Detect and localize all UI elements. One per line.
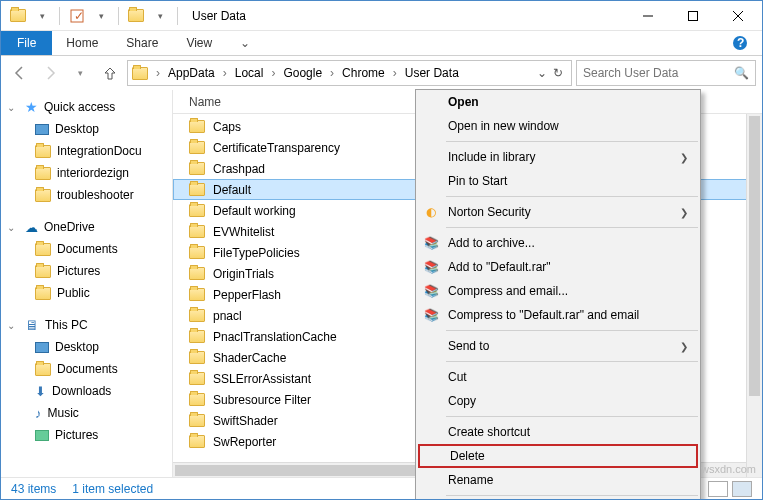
star-icon: ★ (25, 99, 38, 115)
address-dropdown-icon[interactable]: ⌄ (537, 66, 547, 80)
qat-overflow-icon[interactable]: ▾ (149, 5, 171, 27)
ctx-include-library[interactable]: Include in library❯ (416, 145, 700, 169)
details-view-button[interactable] (708, 481, 728, 497)
folder-icon (189, 225, 205, 238)
nav-item-pc-music[interactable]: ♪Music (1, 402, 172, 424)
winrar-icon: 📚 (422, 260, 440, 274)
nav-item-troubleshooter[interactable]: troubleshooter (1, 184, 172, 206)
recent-locations-icon[interactable]: ▾ (67, 60, 93, 86)
ctx-open-new-window[interactable]: Open in new window (416, 114, 700, 138)
folder-icon (189, 246, 205, 259)
nav-item-pc-pictures[interactable]: Pictures (1, 424, 172, 446)
search-input[interactable] (583, 66, 734, 80)
nav-onedrive[interactable]: ⌄☁OneDrive (1, 216, 172, 238)
nav-item-interiordezign[interactable]: interiordezign (1, 162, 172, 184)
file-name: pnacl (213, 309, 242, 323)
ctx-create-shortcut[interactable]: Create shortcut (416, 420, 700, 444)
folder-icon (189, 120, 205, 133)
breadcrumb-bar[interactable]: › AppData› Local› Google› Chrome› User D… (127, 60, 572, 86)
window-title: User Data (192, 9, 246, 23)
nav-item-integrationdocu[interactable]: IntegrationDocu (1, 140, 172, 162)
folder-icon (189, 330, 205, 343)
folder-icon (189, 351, 205, 364)
help-button[interactable]: ? (718, 31, 762, 55)
file-name: ShaderCache (213, 351, 286, 365)
chevron-right-icon: ❯ (680, 207, 688, 218)
tab-share[interactable]: Share (112, 31, 172, 55)
refresh-button[interactable]: ↻ (553, 66, 563, 80)
status-item-count: 43 items (11, 482, 56, 496)
tab-home[interactable]: Home (52, 31, 112, 55)
file-name: PnaclTranslationCache (213, 330, 337, 344)
pictures-icon (35, 430, 49, 441)
nav-item-pictures[interactable]: Pictures (1, 260, 172, 282)
ctx-norton[interactable]: ◐Norton Security❯ (416, 200, 700, 224)
folder-icon (189, 183, 205, 196)
nav-quick-access[interactable]: ⌄★Quick access (1, 96, 172, 118)
file-name: Crashpad (213, 162, 265, 176)
forward-button[interactable] (37, 60, 63, 86)
folder-title-icon (125, 5, 147, 27)
nav-item-desktop[interactable]: Desktop (1, 118, 172, 140)
properties-icon[interactable]: ✓ (66, 5, 88, 27)
search-box[interactable]: 🔍 (576, 60, 756, 86)
nav-item-public[interactable]: Public (1, 282, 172, 304)
chevron-down-icon[interactable]: ⌄ (7, 320, 19, 331)
file-name: Subresource Filter (213, 393, 311, 407)
ctx-compress-email[interactable]: 📚Compress and email... (416, 279, 700, 303)
maximize-button[interactable] (670, 2, 715, 30)
desktop-icon (35, 342, 49, 353)
window-controls (625, 2, 760, 30)
view-mode-icons (708, 481, 752, 497)
ctx-compress-rar-email[interactable]: 📚Compress to "Default.rar" and email (416, 303, 700, 327)
ctx-open[interactable]: Open (416, 90, 700, 114)
svg-rect-3 (688, 11, 697, 20)
back-button[interactable] (7, 60, 33, 86)
nav-item-pc-documents[interactable]: Documents (1, 358, 172, 380)
ribbon-tabs: File Home Share View ⌄ ? (1, 31, 762, 56)
nav-item-pc-downloads[interactable]: ⬇Downloads (1, 380, 172, 402)
folder-icon (189, 204, 205, 217)
crumb-appdata[interactable]: AppData (164, 62, 219, 84)
crumb-userdata[interactable]: User Data (401, 62, 463, 84)
ctx-add-archive[interactable]: 📚Add to archive... (416, 231, 700, 255)
file-name: PepperFlash (213, 288, 281, 302)
ctx-send-to[interactable]: Send to❯ (416, 334, 700, 358)
file-name: Default (213, 183, 251, 197)
file-name: SSLErrorAssistant (213, 372, 311, 386)
folder-icon (35, 189, 51, 202)
up-button[interactable] (97, 60, 123, 86)
file-tab[interactable]: File (1, 31, 52, 55)
chevron-right-icon[interactable]: › (154, 66, 162, 80)
file-name: CertificateTransparency (213, 141, 340, 155)
chevron-down-icon[interactable]: ⌄ (7, 102, 19, 113)
ctx-rename[interactable]: Rename (416, 468, 700, 492)
ribbon-expand-icon[interactable]: ⌄ (240, 31, 250, 55)
winrar-icon: 📚 (422, 236, 440, 250)
nav-item-pc-desktop[interactable]: Desktop (1, 336, 172, 358)
ctx-add-rar[interactable]: 📚Add to "Default.rar" (416, 255, 700, 279)
tab-view[interactable]: View (172, 31, 226, 55)
qat-dropdown-icon[interactable]: ▾ (31, 5, 53, 27)
crumb-chrome[interactable]: Chrome (338, 62, 389, 84)
vertical-scrollbar[interactable] (746, 114, 762, 478)
search-icon[interactable]: 🔍 (734, 66, 749, 80)
ctx-cut[interactable]: Cut (416, 365, 700, 389)
thumbnails-view-button[interactable] (732, 481, 752, 497)
ctx-pin-start[interactable]: Pin to Start (416, 169, 700, 193)
chevron-right-icon: ❯ (680, 152, 688, 163)
crumb-google[interactable]: Google (279, 62, 326, 84)
nav-item-documents[interactable]: Documents (1, 238, 172, 260)
nav-this-pc[interactable]: ⌄🖥This PC (1, 314, 172, 336)
ctx-delete[interactable]: Delete (418, 444, 698, 468)
nav-label: Quick access (44, 100, 115, 114)
minimize-button[interactable] (625, 2, 670, 30)
chevron-down-icon[interactable]: ⌄ (7, 222, 19, 233)
crumb-local[interactable]: Local (231, 62, 268, 84)
svg-text:✓: ✓ (74, 9, 84, 23)
status-selected-count: 1 item selected (72, 482, 153, 496)
close-button[interactable] (715, 2, 760, 30)
qat-dropdown-2-icon[interactable]: ▾ (90, 5, 112, 27)
ctx-copy[interactable]: Copy (416, 389, 700, 413)
file-name: Caps (213, 120, 241, 134)
